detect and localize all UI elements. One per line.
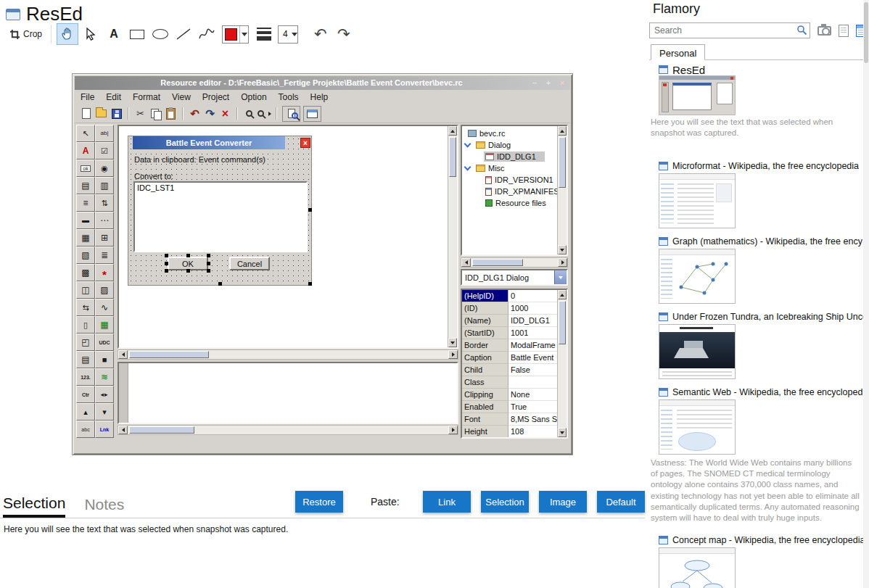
toolbox-tool-button[interactable]: ∿ <box>95 299 114 316</box>
tree-vertical-scrollbar[interactable] <box>557 126 567 254</box>
tree-item[interactable]: IDR_XPMANIFES <box>462 186 557 197</box>
toolbox-tool-button[interactable]: ▦ <box>76 229 95 247</box>
scrollbar-track[interactable] <box>448 136 457 338</box>
toolbox-tool-button[interactable]: ⊞ <box>95 229 114 247</box>
restore-button[interactable]: Restore <box>295 491 343 513</box>
property-row[interactable]: Height108 <box>462 426 557 438</box>
paste-icon[interactable] <box>163 106 178 121</box>
expand-icon[interactable] <box>464 164 471 171</box>
scrollbar-thumb[interactable] <box>472 259 523 266</box>
scrollbar-track[interactable] <box>558 299 567 428</box>
property-value[interactable]: 1001 <box>508 327 557 339</box>
freehand-tool-button[interactable] <box>196 23 218 45</box>
expand-icon[interactable] <box>464 141 471 148</box>
snapshot-entry[interactable]: Graph (mathematics) - Wikipedia, the fre… <box>649 236 863 247</box>
property-row[interactable]: (StartID)1001 <box>462 327 557 339</box>
property-row[interactable]: Class <box>462 376 557 389</box>
dialog-static-text[interactable]: Convert to: <box>134 172 173 181</box>
property-row[interactable]: (ID)1000 <box>462 302 557 315</box>
line-style-button[interactable] <box>253 23 275 45</box>
property-row[interactable]: Font8,MS Sans S <box>462 413 557 426</box>
tree-item[interactable]: Misc <box>462 162 557 174</box>
dialog-design-surface[interactable]: Battle Event Converter × Data in clipboa… <box>118 125 458 349</box>
properties-vertical-scrollbar[interactable] <box>557 290 567 437</box>
scroll-left-icon[interactable] <box>118 350 128 359</box>
designed-dialog[interactable]: Battle Event Converter × Data in clipboa… <box>128 136 312 286</box>
tree-item[interactable]: Dialog <box>462 139 557 151</box>
scroll-left-icon[interactable] <box>118 426 128 434</box>
toolbox-tool-button[interactable]: abc <box>76 421 95 438</box>
tree-item-selected[interactable]: IDD_DLG1 <box>462 151 557 162</box>
scrollbar-thumb[interactable] <box>129 351 209 358</box>
dialog-listbox[interactable]: IDC_LST1 <box>133 181 308 252</box>
tree-item[interactable]: bevc.rc <box>462 128 557 139</box>
property-value[interactable]: 0 <box>508 290 557 302</box>
line-tool-button[interactable] <box>173 23 194 45</box>
search-icon[interactable] <box>796 25 807 36</box>
menu-item-file[interactable]: File <box>75 92 100 102</box>
hand-tool-button[interactable] <box>57 23 78 45</box>
toolbox-tool-button[interactable]: A <box>76 142 95 160</box>
window-preview-button[interactable] <box>303 106 321 122</box>
toolbox-tool-button[interactable]: ◰ <box>76 334 95 351</box>
maximize-icon[interactable]: + <box>543 78 553 88</box>
toolbox-tool-button[interactable]: ▤ <box>76 177 95 194</box>
toolbox-tool-button[interactable]: ▴ <box>76 403 95 421</box>
tab-selection[interactable]: Selection <box>3 494 65 518</box>
dialog-cancel-button[interactable]: Cancel <box>229 257 270 270</box>
sidebar-scrollbar[interactable] <box>863 0 869 588</box>
property-row[interactable]: BorderModalFrame <box>462 339 557 352</box>
toolbox-tool-button[interactable]: ⇆ <box>76 299 95 316</box>
property-value[interactable]: ModalFrame <box>508 339 557 352</box>
snapshot-title[interactable]: Concept map - Wikipedia, the free encycl… <box>672 535 863 545</box>
selection-handle[interactable] <box>165 262 168 265</box>
property-value[interactable]: 8,MS Sans S <box>508 413 557 426</box>
tab-notes[interactable]: Notes <box>84 496 124 518</box>
rectangle-tool-button[interactable] <box>126 23 148 45</box>
zoom-preview-button[interactable] <box>282 106 300 122</box>
toolbox-tool-button[interactable]: Lnk <box>95 421 114 438</box>
redo-button[interactable]: ↷ <box>333 23 355 45</box>
scrollbar-thumb[interactable] <box>864 2 868 63</box>
toolbox-tool-button[interactable]: ⋯ <box>95 212 114 229</box>
combo-dropdown-button[interactable] <box>554 270 567 284</box>
find-icon[interactable] <box>242 106 257 121</box>
toolbox-tool-button[interactable]: ▧ <box>76 247 95 264</box>
tree-item[interactable]: Resource files <box>462 197 557 209</box>
snapshot-title[interactable]: Microformat - Wikipedia, the free encycl… <box>672 161 859 171</box>
designed-dialog-titlebar[interactable]: Battle Event Converter <box>133 136 285 149</box>
toolbox-tool-button[interactable]: ▩ <box>76 264 95 281</box>
toolbox-tool-button[interactable]: ▾ <box>95 403 114 421</box>
selection-handle[interactable] <box>207 269 210 273</box>
menu-item-edit[interactable]: Edit <box>100 92 127 102</box>
toolbox-tool-button[interactable]: ⇅ <box>95 194 114 212</box>
selection-handle[interactable] <box>308 282 312 286</box>
resource-selector[interactable]: IDD_DLG1 Dialog <box>461 269 568 286</box>
scrollbar-thumb[interactable] <box>559 301 566 344</box>
selection-handle[interactable] <box>207 254 210 257</box>
open-folder-icon[interactable] <box>94 106 109 121</box>
selection-handle[interactable] <box>165 269 168 273</box>
property-value[interactable]: Battle Event <box>508 352 557 364</box>
ellipse-tool-button[interactable] <box>149 23 171 45</box>
tree-item[interactable]: IDR_VERSION1 <box>462 174 557 186</box>
minimize-icon[interactable]: − <box>530 78 540 88</box>
color-dropdown-button[interactable] <box>239 26 248 43</box>
dialog-static-text[interactable]: Data in clipboard: Event command(s) <box>134 155 265 164</box>
snapshot-thumbnail[interactable] <box>659 547 736 588</box>
scrollbar-track[interactable] <box>558 136 567 245</box>
property-value[interactable]: 108 <box>508 426 557 438</box>
scroll-up-icon[interactable] <box>558 290 567 299</box>
scroll-up-icon[interactable] <box>448 126 457 136</box>
designed-dialog-close-icon[interactable]: × <box>300 138 310 148</box>
menu-item-help[interactable]: Help <box>305 92 334 102</box>
toolbox-tool-button[interactable]: ▤ <box>76 351 95 368</box>
undo-button[interactable]: ↶ <box>310 23 331 45</box>
scroll-right-icon[interactable] <box>448 426 458 434</box>
property-row[interactable]: EnabledTrue <box>462 401 557 413</box>
snapshot-title[interactable]: ResEd <box>672 64 705 76</box>
design-vertical-scrollbar[interactable] <box>448 126 457 347</box>
property-row[interactable]: CaptionBattle Event <box>462 352 557 364</box>
selection-handle[interactable] <box>218 282 222 286</box>
property-value[interactable]: IDD_DLG1 <box>508 315 557 327</box>
